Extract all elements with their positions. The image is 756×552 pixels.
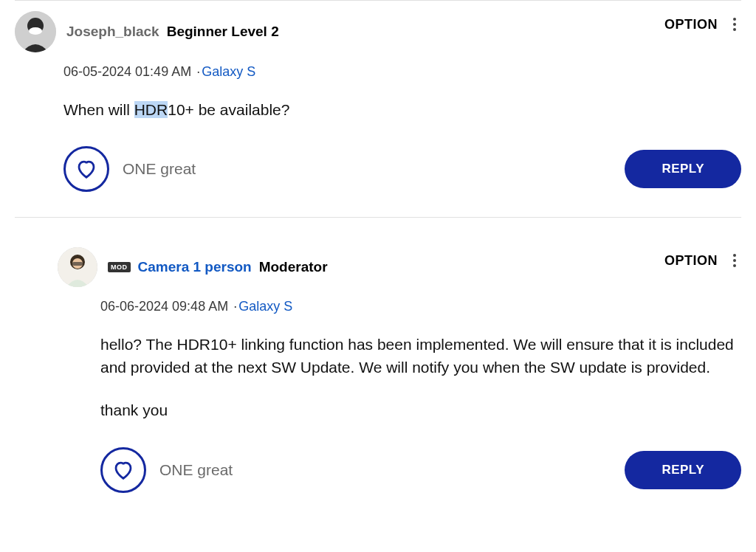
option-label: OPTION [664, 17, 718, 32]
post-date: 06-05-2024 [63, 64, 131, 79]
like-button[interactable] [100, 447, 146, 493]
meta-separator: · [196, 64, 200, 79]
username[interactable]: Joseph_black [66, 24, 159, 40]
like-count-text: ONE great [159, 461, 233, 479]
user-rank: Moderator [259, 259, 328, 275]
reply-button[interactable]: REPLY [625, 451, 741, 489]
kebab-icon[interactable] [728, 252, 741, 269]
post-body: 06-06-2024 09:48 AM ·Galaxy S hello? The… [58, 299, 741, 492]
avatar[interactable] [15, 11, 56, 52]
post-time: 01:49 AM [135, 64, 191, 79]
content-paragraph: hello? The HDR10+ linking function has b… [100, 334, 741, 379]
post-meta: 06-06-2024 09:48 AM ·Galaxy S [100, 299, 741, 314]
mod-badge: MOD [108, 262, 131, 272]
content-text: 10+ be available? [168, 101, 289, 118]
option-label: OPTION [664, 253, 718, 269]
content-paragraph: thank you [100, 399, 741, 421]
highlight-text: HDR [134, 101, 168, 118]
post-actions: ONE great REPLY [100, 447, 741, 493]
like-block: ONE great [63, 146, 196, 192]
topic-link[interactable]: Galaxy S [238, 299, 292, 314]
svg-point-2 [29, 27, 42, 35]
post-body: 06-05-2024 01:49 AM ·Galaxy S When will … [15, 64, 741, 192]
avatar-icon [15, 11, 56, 52]
post-header: MOD Camera 1 person Moderator OPTION [58, 247, 741, 287]
post-content: hello? The HDR10+ linking function has b… [100, 334, 741, 421]
author-line: MOD Camera 1 person Moderator [108, 259, 328, 275]
heart-icon [75, 158, 97, 180]
post-header: Joseph_black Beginner Level 2 OPTION [15, 11, 741, 52]
like-button[interactable] [63, 146, 109, 192]
author-block: Joseph_black Beginner Level 2 [15, 11, 279, 52]
user-rank: Beginner Level 2 [167, 24, 279, 40]
post-date: 06-06-2024 [100, 299, 168, 314]
kebab-icon[interactable] [728, 15, 741, 33]
post: Joseph_black Beginner Level 2 OPTION 06-… [15, 0, 741, 217]
meta-separator: · [233, 299, 237, 314]
post-options: OPTION [664, 247, 741, 269]
avatar[interactable] [58, 247, 97, 287]
content-text: When will [63, 101, 134, 118]
post-meta: 06-05-2024 01:49 AM ·Galaxy S [63, 64, 741, 80]
author-block: MOD Camera 1 person Moderator [58, 247, 328, 287]
author-line: Joseph_black Beginner Level 2 [66, 24, 279, 40]
post-content: When will HDR10+ be available? [63, 99, 741, 121]
post-actions: ONE great REPLY [63, 146, 741, 192]
post-time: 09:48 AM [172, 299, 228, 314]
post-options: OPTION [664, 11, 741, 33]
heart-icon [112, 459, 134, 481]
svg-rect-6 [72, 262, 83, 266]
like-count-text: ONE great [123, 160, 196, 178]
topic-link[interactable]: Galaxy S [202, 64, 255, 79]
reply-button[interactable]: REPLY [625, 150, 741, 188]
like-block: ONE great [100, 447, 233, 493]
post-reply: MOD Camera 1 person Moderator OPTION 06-… [15, 217, 741, 517]
avatar-icon [58, 247, 97, 287]
username[interactable]: Camera 1 person [138, 259, 252, 275]
